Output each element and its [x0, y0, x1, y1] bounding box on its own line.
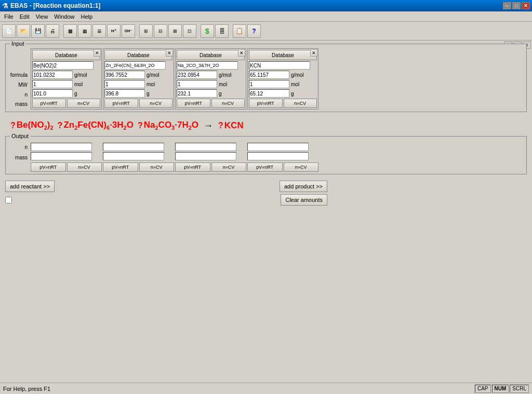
new-button[interactable]: 📄 — [2, 24, 16, 38]
compound-1-formula[interactable] — [32, 61, 94, 70]
clear-amounts-button[interactable]: Clear amounts — [281, 194, 327, 206]
eq-compound-3: Na2CO3·7H2O — [144, 120, 198, 131]
compound-1-n[interactable] — [32, 80, 73, 88]
output-4-mass[interactable] — [247, 152, 309, 160]
status-bar: For Help, press F1 CAP NUM SCRL — [0, 383, 532, 394]
compound-4-pvnrt[interactable]: pV=nRT — [249, 99, 283, 108]
output-3-mass[interactable] — [175, 152, 236, 160]
compound-1-mw-unit: g/mol — [74, 72, 87, 78]
compound-2-formula[interactable] — [104, 61, 166, 70]
calc1-button[interactable]: ⊞ — [139, 24, 153, 38]
output-1-n[interactable] — [31, 143, 92, 151]
compound-4-n-unit: mol — [291, 81, 299, 87]
output-1-ncv[interactable]: n=CV — [67, 162, 102, 172]
output-compound-2: pV=nRT n=CV — [103, 141, 174, 172]
maximize-button[interactable]: □ — [512, 2, 521, 9]
compound-3-database[interactable]: Database — [177, 50, 245, 60]
table2-button[interactable]: ▦ — [78, 24, 91, 38]
calc3-button[interactable]: ⊠ — [168, 24, 182, 38]
calc4-button[interactable]: ⊡ — [183, 24, 196, 38]
calc2-button[interactable]: ⊟ — [154, 24, 167, 38]
print-button[interactable]: 🖨 — [46, 24, 59, 38]
eq-compound-1: Be(NO2)2 — [17, 120, 54, 131]
compound-2-pvnrt[interactable]: pV=nRT — [104, 99, 138, 108]
compound-4-ncv[interactable]: n=CV — [284, 99, 317, 108]
compound-3-mw[interactable] — [177, 71, 217, 79]
list-button[interactable]: ≡ — [92, 24, 106, 38]
open-button[interactable]: 📂 — [17, 24, 30, 38]
dollar-button[interactable]: $ — [201, 24, 214, 38]
compound-1-pvnrt[interactable]: pV=nRT — [32, 99, 66, 108]
output-3-ncv[interactable]: n=CV — [211, 162, 247, 172]
compound-1-database[interactable]: Database — [32, 50, 100, 60]
compound-4-database[interactable]: Database — [249, 50, 317, 60]
table1-button[interactable]: ▦ — [63, 24, 77, 38]
add-reactant-button[interactable]: add reactant >> — [5, 181, 55, 192]
manual-coefficients-checkbox[interactable] — [5, 197, 12, 203]
compound-4-n[interactable] — [249, 80, 289, 88]
compound-1-mass[interactable] — [32, 89, 73, 98]
info2-button[interactable]: ? — [247, 24, 261, 38]
mass-label-input: mass — [8, 100, 30, 108]
save-button[interactable]: 💾 — [31, 24, 45, 38]
status-indicators: CAP NUM SCRL — [475, 385, 529, 393]
db-button[interactable]: 🗄 — [215, 24, 229, 38]
eq-arrow: → — [204, 120, 213, 131]
compound-2-mw[interactable] — [104, 71, 145, 79]
output-3-n[interactable] — [175, 143, 236, 151]
compound-4-mw[interactable] — [249, 71, 289, 79]
compound-2-mass-unit: g — [147, 91, 150, 97]
compound-3-ncv[interactable]: n=CV — [211, 99, 245, 108]
formula-label: formula — [8, 71, 30, 79]
output-2-ncv[interactable]: n=CV — [139, 162, 175, 172]
compound-3-mass[interactable] — [177, 89, 217, 98]
compound-4-close[interactable]: ✕ — [310, 49, 317, 57]
close-button[interactable]: ✕ — [522, 2, 530, 9]
compound-4-mass[interactable] — [249, 89, 289, 98]
compound-2-mass[interactable] — [104, 89, 145, 98]
output-1-mass[interactable] — [31, 152, 92, 160]
menu-help[interactable]: Help — [77, 12, 96, 21]
output-4-ncv[interactable]: n=CV — [284, 162, 319, 172]
compound-2-ncv[interactable]: n=CV — [139, 99, 173, 108]
oh-minus-button[interactable]: OH⁻ — [122, 24, 135, 38]
output-2-pvnrt[interactable]: pV=nRT — [103, 162, 138, 172]
compound-3-n[interactable] — [177, 80, 217, 88]
compound-2-close[interactable]: ✕ — [166, 49, 173, 57]
minimize-button[interactable]: ─ — [503, 2, 511, 9]
menu-edit[interactable]: Edit — [17, 12, 33, 21]
compound-2-n[interactable] — [104, 80, 145, 88]
menu-window[interactable]: Window — [51, 12, 77, 21]
equation-display: ?Be(NO2)2 ?Zn2Fe(CN)6·3H2O ?Na2CO3·7H2O … — [5, 115, 527, 136]
compound-3-panel: ✕ Database g/mol mol — [175, 48, 246, 110]
h-plus-button[interactable]: H⁺ — [107, 24, 121, 38]
output-3-pvnrt[interactable]: pV=nRT — [175, 162, 210, 172]
compound-4-panel: ✕ Database g/mol mol — [247, 48, 318, 110]
output-2-n[interactable] — [103, 143, 164, 151]
output-1-pvnrt[interactable]: pV=nRT — [31, 162, 66, 172]
mdi-child-window: ─ □ ✕ Input formula MW n mass — [0, 40, 532, 383]
output-4-pvnrt[interactable]: pV=nRT — [247, 162, 283, 172]
add-product-button[interactable]: add product >> — [280, 181, 327, 192]
output-2-mass[interactable] — [103, 152, 164, 160]
window-title: EBAS - [Reaction equation1:1] — [10, 2, 100, 9]
compound-4-formula[interactable] — [249, 61, 310, 70]
info1-button[interactable]: 📋 — [233, 24, 246, 38]
compound-3-formula[interactable] — [177, 61, 238, 70]
compound-2-mw-unit: g/mol — [147, 72, 159, 78]
compound-3-n-unit: mol — [219, 81, 227, 87]
compound-1-ncv[interactable]: n=CV — [67, 99, 101, 108]
menu-file[interactable]: File — [1, 12, 17, 21]
menu-bar: File Edit View Window Help — [0, 11, 532, 22]
compound-1-close[interactable]: ✕ — [94, 49, 101, 57]
menu-view[interactable]: View — [33, 12, 51, 21]
num-indicator: NUM — [492, 385, 509, 393]
output-4-n[interactable] — [247, 143, 309, 151]
compound-3-pvnrt[interactable]: pV=nRT — [177, 99, 210, 108]
compound-2-database[interactable]: Database — [104, 50, 172, 60]
input-group-label: Input — [10, 40, 25, 47]
input-group: Input formula MW n mass ✕ Database — [5, 44, 527, 112]
compound-1-mw[interactable] — [32, 71, 73, 79]
compound-3-mass-unit: g — [219, 91, 222, 97]
compound-3-close[interactable]: ✕ — [238, 49, 245, 57]
